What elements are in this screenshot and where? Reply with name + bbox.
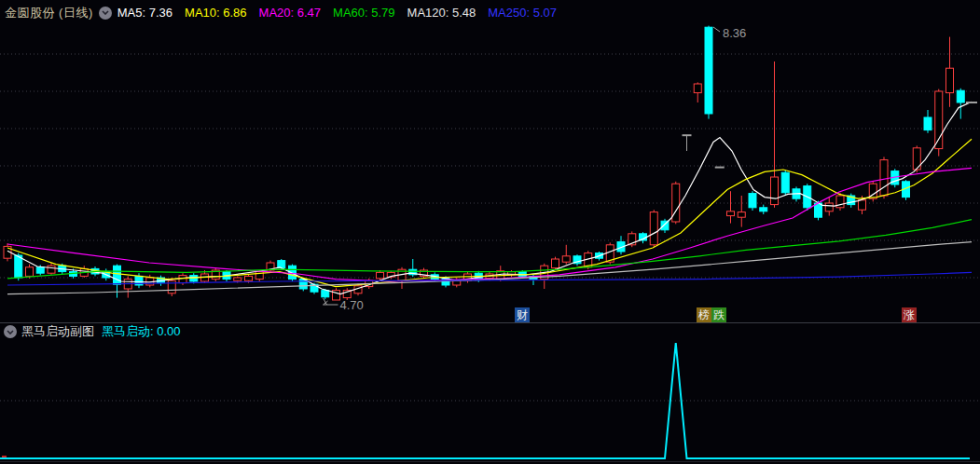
sub-left-red-tick — [2, 456, 7, 457]
candle-body — [36, 267, 44, 273]
candle-body — [946, 68, 954, 92]
candle-body — [26, 267, 34, 277]
ma-line-ma10 — [7, 139, 972, 286]
candle-body — [179, 276, 186, 283]
candle-body — [760, 208, 767, 212]
low-price-label: 4.70 — [340, 298, 364, 312]
ma-legend-item: MA120: 5.48 — [407, 6, 476, 20]
indicator-label: 黑马启动: — [102, 324, 154, 338]
stock-title: 金圆股份 (日线) — [5, 5, 93, 21]
watermark-tag: 跌 — [711, 307, 726, 322]
indicator-value: 0.00 — [157, 324, 180, 338]
candle-body — [749, 194, 756, 208]
candle-body — [727, 212, 735, 216]
candle-body — [48, 266, 55, 273]
candle-body — [738, 212, 745, 218]
ma-legend-item: MA5: 7.36 — [117, 6, 173, 20]
high-pointer — [713, 27, 720, 32]
main-chart-header: 金圆股份 (日线) MA5: 7.36MA10: 6.86MA20: 6.47M… — [0, 0, 980, 25]
candle-body — [15, 255, 22, 278]
watermark-tag: 榜 — [697, 307, 711, 322]
chevron-down-glyph — [102, 10, 109, 15]
candle-body — [245, 276, 253, 280]
candle-body — [957, 90, 964, 102]
candle-body — [552, 259, 559, 268]
chevron-down-glyph — [7, 330, 14, 334]
ma-legend-item: MA60: 5.79 — [333, 6, 395, 20]
candle-body — [234, 278, 242, 280]
candle-body — [278, 261, 285, 268]
candle-body — [322, 291, 329, 297]
stock-chart-app: 8.364.70 金圆股份 (日线) MA5: 7.36MA10: 6.86MA… — [0, 0, 980, 464]
sub-chart-title: 黑马启动副图 — [21, 323, 94, 340]
ma-line-ma20 — [7, 168, 972, 281]
ma-legend-item: MA250: 5.07 — [488, 6, 557, 20]
ma-legend: MA5: 7.36MA10: 6.86MA20: 6.47MA60: 5.79M… — [117, 6, 569, 20]
candle-body — [650, 212, 657, 245]
candle-body — [781, 172, 789, 193]
chevron-down-circle-icon[interactable] — [99, 7, 112, 20]
chevron-down-circle-icon[interactable] — [4, 325, 17, 338]
candle-body — [562, 256, 570, 262]
candle-body — [924, 117, 932, 130]
bottom-border — [0, 461, 980, 462]
sub-chart-header: 黑马启动副图 黑马启动: 0.00 — [0, 324, 980, 339]
candle-body — [815, 203, 822, 217]
high-price-label: 8.36 — [723, 26, 746, 40]
candle-body — [114, 266, 121, 284]
ma-line-ma120 — [7, 242, 972, 294]
candle-body — [880, 160, 888, 196]
candle-body — [825, 203, 833, 212]
last-price-tick — [966, 102, 977, 103]
candle-body — [694, 84, 701, 93]
ma-legend-item: MA20: 6.47 — [259, 6, 322, 20]
candle-body — [705, 27, 712, 114]
main-chart-canvas[interactable]: 8.364.70 — [0, 0, 980, 464]
candle-body — [377, 272, 384, 278]
ma-line-ma60 — [7, 220, 972, 279]
indicator-readout: 黑马启动: 0.00 — [102, 323, 181, 340]
watermark-tag: 财 — [515, 307, 530, 322]
ma-legend-item: MA10: 6.86 — [185, 6, 247, 20]
watermark-tag: 涨 — [902, 307, 917, 322]
candle-body — [859, 200, 866, 210]
candle-body — [771, 177, 779, 205]
